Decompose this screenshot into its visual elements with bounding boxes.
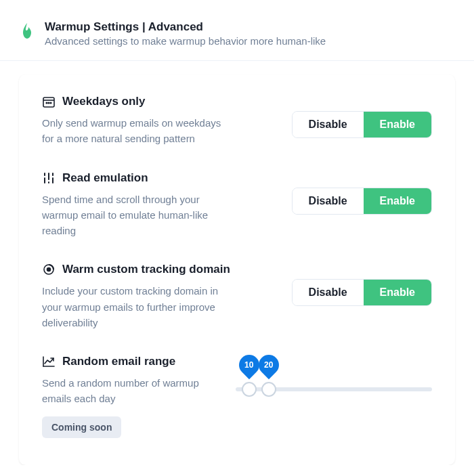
settings-card: Weekdays only Only send warmup emails on…: [19, 74, 455, 465]
slider-track: [236, 387, 432, 391]
setting-title: Warm custom tracking domain: [62, 263, 230, 276]
slider-handle-max[interactable]: [261, 382, 276, 397]
setting-desc: Send a random number of warmup emails ea…: [42, 375, 222, 407]
slider-handle-min[interactable]: [242, 382, 257, 397]
page-header: Warmup Settings | Advanced Advanced sett…: [0, 0, 474, 61]
toggle-weekdays: Disable Enable: [292, 111, 432, 138]
target-icon: [42, 263, 56, 276]
setting-random: Random email range Send a random number …: [42, 355, 432, 438]
page-subtitle: Advanced settings to make warmup behavio…: [45, 35, 326, 47]
flame-icon: [19, 22, 35, 41]
enable-button[interactable]: Enable: [364, 188, 431, 214]
slider-max-bubble: 20: [255, 351, 283, 379]
chart-line-icon: [42, 355, 56, 368]
setting-title: Read emulation: [62, 171, 148, 185]
equalizer-icon: [42, 171, 56, 185]
disable-button[interactable]: Disable: [293, 280, 364, 305]
setting-title: Weekdays only: [62, 95, 146, 108]
setting-desc: Include your custom tracking domain in y…: [42, 283, 232, 330]
calendar-icon: [42, 95, 56, 108]
setting-desc: Spend time and scroll through your warmu…: [42, 192, 232, 239]
range-slider[interactable]: 10 20: [236, 355, 432, 391]
setting-desc: Only send warmup emails on weekdays for …: [42, 115, 232, 147]
toggle-tracking: Disable Enable: [292, 279, 432, 306]
svg-point-3: [48, 102, 49, 104]
setting-read: Read emulation Spend time and scroll thr…: [42, 171, 432, 239]
enable-button[interactable]: Enable: [364, 280, 431, 305]
enable-button[interactable]: Enable: [364, 112, 431, 137]
disable-button[interactable]: Disable: [293, 112, 364, 137]
setting-title: Random email range: [62, 355, 175, 368]
disable-button[interactable]: Disable: [293, 188, 364, 214]
coming-soon-badge: Coming soon: [42, 416, 121, 438]
svg-point-2: [46, 102, 47, 104]
setting-weekdays: Weekdays only Only send warmup emails on…: [42, 95, 432, 147]
setting-tracking: Warm custom tracking domain Include your…: [42, 263, 432, 330]
svg-point-12: [47, 268, 51, 272]
page-title: Warmup Settings | Advanced: [45, 20, 326, 34]
svg-point-4: [50, 102, 51, 104]
toggle-read: Disable Enable: [292, 188, 432, 215]
